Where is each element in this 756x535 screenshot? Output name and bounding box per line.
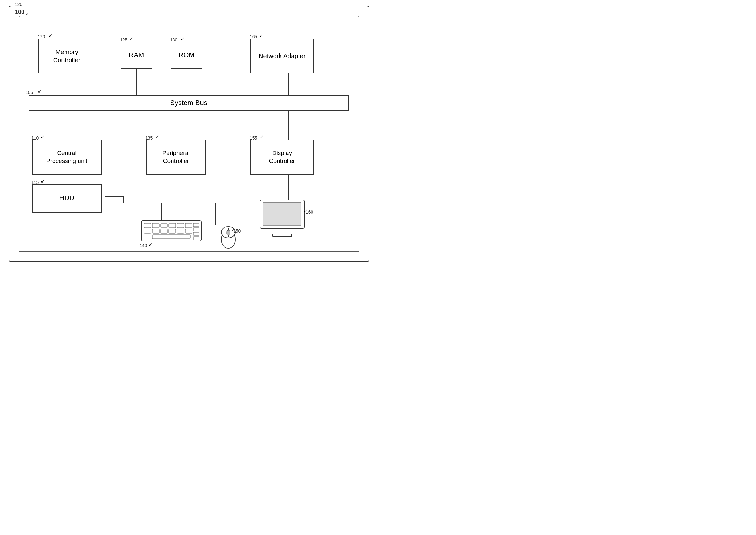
svg-rect-30	[169, 229, 176, 234]
rom-box: ROM	[171, 42, 202, 69]
keyboard-ref: 140	[140, 243, 147, 248]
display-controller-box: DisplayController	[250, 140, 314, 175]
svg-rect-21	[144, 223, 151, 228]
svg-rect-36	[193, 232, 199, 236]
svg-rect-17	[263, 203, 301, 225]
svg-rect-29	[160, 229, 167, 234]
svg-rect-23	[160, 223, 167, 228]
svg-rect-22	[152, 223, 159, 228]
network-adapter-ref: 165	[250, 34, 257, 39]
svg-rect-34	[193, 223, 199, 227]
mouse-icon: 150 ↙	[219, 225, 238, 251]
monitor-icon: 160 ↙	[257, 200, 314, 241]
svg-rect-31	[177, 229, 184, 234]
outer-diagram-ref: 100	[15, 9, 24, 15]
svg-rect-25	[177, 223, 184, 228]
peripheral-ref: 135	[145, 135, 153, 140]
memory-controller-box: MemoryController	[38, 39, 95, 73]
svg-rect-32	[185, 229, 192, 234]
ram-ref: 125	[120, 37, 127, 42]
svg-rect-33	[152, 235, 190, 239]
svg-rect-24	[169, 223, 176, 228]
ram-box: RAM	[121, 42, 152, 69]
svg-rect-27	[144, 229, 151, 234]
cpu-ref: 110	[31, 135, 39, 140]
svg-rect-37	[193, 237, 199, 240]
outer-ref-label: 120	[14, 2, 23, 7]
hdd-box: HDD	[32, 184, 102, 212]
inner-diagram-box: 105 ↙ MemoryController 120 ↙ RAM 125 ↙ R…	[19, 16, 359, 252]
keyboard-icon: 140 ↙	[140, 219, 216, 247]
system-bus-box: System Bus	[29, 95, 349, 111]
hdd-ref: 115	[31, 180, 39, 185]
svg-rect-35	[193, 228, 199, 231]
system-bus-ref: 105	[26, 90, 33, 95]
memory-controller-ref: 120	[38, 34, 45, 39]
network-adapter-box: Network Adapter	[250, 39, 314, 73]
svg-rect-41	[227, 230, 230, 236]
svg-rect-19	[273, 234, 292, 237]
peripheral-controller-box: PeripheralController	[146, 140, 206, 175]
rom-ref: 130	[170, 37, 177, 42]
svg-rect-28	[152, 229, 159, 234]
cpu-box: CentralProcessing unit	[32, 140, 102, 175]
diagram-container: 120	[9, 6, 369, 262]
display-controller-ref: 155	[250, 135, 257, 140]
svg-rect-26	[185, 223, 192, 228]
